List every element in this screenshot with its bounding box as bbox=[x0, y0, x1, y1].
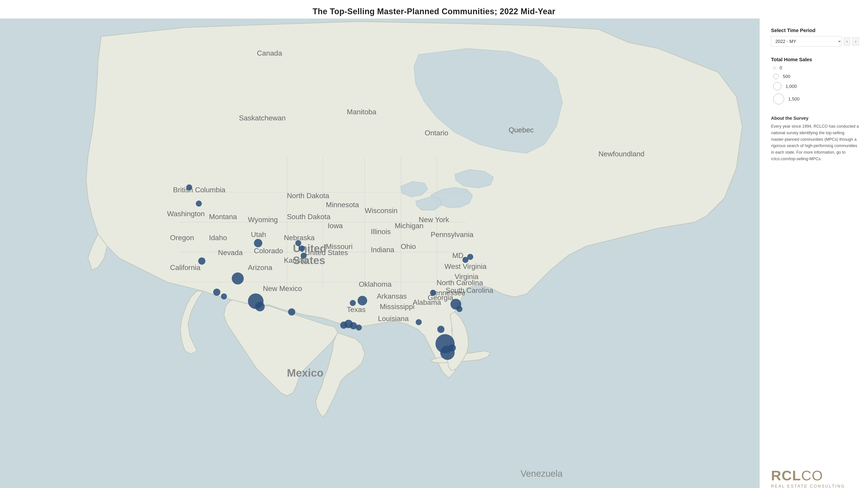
data-point[interactable] bbox=[437, 326, 444, 333]
svg-text:Manitoba: Manitoba bbox=[347, 108, 376, 116]
legend-circles: 0 500 1,000 1,500 bbox=[771, 65, 859, 104]
svg-text:South Carolina: South Carolina bbox=[446, 286, 493, 294]
data-point[interactable] bbox=[358, 296, 367, 305]
data-point[interactable] bbox=[288, 308, 295, 316]
legend-label: Total Home Sales bbox=[771, 57, 859, 63]
page-title: The Top-Selling Master-Planned Communiti… bbox=[0, 0, 868, 19]
svg-text:Nevada: Nevada bbox=[218, 249, 243, 257]
svg-text:Arkansas: Arkansas bbox=[377, 292, 407, 300]
svg-text:British Columbia: British Columbia bbox=[173, 186, 225, 194]
time-period-label: Select Time Period bbox=[771, 28, 859, 33]
svg-text:MD: MD bbox=[452, 252, 463, 260]
logo-subtitle: REAL ESTATE CONSULTING bbox=[771, 484, 845, 488]
svg-text:New York: New York bbox=[418, 216, 449, 224]
data-point[interactable] bbox=[301, 253, 307, 259]
legend-circle-0 bbox=[773, 67, 776, 69]
data-point[interactable] bbox=[430, 290, 436, 296]
time-period-next-button[interactable]: › bbox=[852, 37, 859, 45]
about-title: About the Survey bbox=[771, 116, 859, 121]
svg-text:Colorado: Colorado bbox=[254, 247, 283, 255]
data-point[interactable] bbox=[299, 246, 305, 252]
about-section: About the Survey Every year since 1994, … bbox=[771, 116, 859, 162]
time-period-section: Select Time Period 2022 - MY ‹ › bbox=[771, 28, 859, 46]
data-point[interactable] bbox=[350, 300, 356, 306]
svg-text:North Dakota: North Dakota bbox=[287, 192, 329, 200]
svg-text:Newfoundland: Newfoundland bbox=[598, 150, 644, 158]
svg-text:Arizona: Arizona bbox=[248, 263, 272, 271]
time-period-row: 2022 - MY ‹ › bbox=[771, 36, 859, 46]
map-container[interactable]: British Columbia Saskatchewan Manitoba O… bbox=[0, 19, 760, 488]
legend-label-1000: 1,000 bbox=[785, 84, 797, 89]
svg-text:Mississippi: Mississippi bbox=[380, 302, 414, 311]
data-point[interactable] bbox=[467, 254, 473, 260]
svg-text:Idaho: Idaho bbox=[209, 234, 227, 242]
data-point[interactable] bbox=[456, 306, 463, 312]
svg-text:Louisiana: Louisiana bbox=[378, 315, 409, 323]
svg-text:Oregon: Oregon bbox=[170, 234, 194, 242]
svg-text:West Virginia: West Virginia bbox=[444, 262, 487, 270]
time-period-prev-button[interactable]: ‹ bbox=[844, 37, 850, 45]
svg-text:Indiana: Indiana bbox=[371, 246, 395, 254]
svg-text:Wyoming: Wyoming bbox=[248, 216, 278, 224]
svg-text:Canada: Canada bbox=[257, 49, 282, 57]
svg-text:Minnesota: Minnesota bbox=[326, 201, 359, 209]
svg-text:North Carolina: North Carolina bbox=[437, 279, 483, 287]
logo-rclco-main: RCL bbox=[771, 468, 801, 483]
svg-text:New Mexico: New Mexico bbox=[263, 285, 302, 293]
logo-text: RCLCO bbox=[771, 468, 823, 483]
svg-text:Ohio: Ohio bbox=[401, 242, 416, 251]
data-point[interactable] bbox=[295, 240, 301, 246]
logo-co: CO bbox=[801, 468, 823, 483]
data-point[interactable] bbox=[213, 289, 220, 296]
svg-text:Iowa: Iowa bbox=[328, 222, 343, 230]
svg-text:States: States bbox=[293, 254, 325, 266]
about-text: Every year since 1994, RCLCO has conduct… bbox=[771, 123, 859, 162]
data-point[interactable] bbox=[449, 344, 456, 352]
legend-label-0: 0 bbox=[780, 65, 782, 70]
svg-text:Illinois: Illinois bbox=[371, 228, 391, 236]
legend-item-1500: 1,500 bbox=[773, 94, 859, 104]
legend-label-1500: 1,500 bbox=[788, 96, 800, 102]
legend-circle-1000 bbox=[773, 82, 781, 90]
svg-text:Montana: Montana bbox=[209, 213, 237, 221]
legend-item-1000: 1,000 bbox=[773, 82, 859, 90]
svg-text:Mexico: Mexico bbox=[287, 367, 323, 379]
svg-text:Texas: Texas bbox=[347, 305, 366, 314]
logo-container: RCLCO REAL ESTATE CONSULTING bbox=[771, 468, 859, 488]
legend-circle-1500 bbox=[773, 94, 784, 104]
svg-text:South Dakota: South Dakota bbox=[287, 213, 331, 221]
data-point[interactable] bbox=[416, 319, 422, 325]
data-point[interactable] bbox=[198, 258, 206, 265]
data-point[interactable] bbox=[221, 293, 227, 300]
data-point[interactable] bbox=[356, 324, 362, 330]
data-point[interactable] bbox=[255, 302, 265, 311]
time-period-select[interactable]: 2022 - MY bbox=[771, 36, 842, 46]
legend-circle-500 bbox=[773, 74, 779, 79]
svg-text:Wisconsin: Wisconsin bbox=[365, 206, 398, 215]
svg-text:Quebec: Quebec bbox=[508, 126, 534, 134]
svg-text:California: California bbox=[170, 263, 200, 271]
svg-text:Ontario: Ontario bbox=[425, 129, 448, 137]
legend-item-0: 0 bbox=[773, 65, 859, 70]
svg-text:Venezuela: Venezuela bbox=[521, 468, 563, 479]
data-point[interactable] bbox=[254, 239, 262, 247]
data-point[interactable] bbox=[232, 272, 244, 285]
legend-section: Total Home Sales 0 500 1,000 bbox=[771, 57, 859, 104]
svg-text:Pennsylvania: Pennsylvania bbox=[431, 230, 473, 238]
legend-item-500: 500 bbox=[773, 74, 859, 79]
data-point[interactable] bbox=[186, 184, 192, 191]
data-point[interactable] bbox=[196, 201, 202, 207]
svg-text:Washington: Washington bbox=[167, 210, 205, 218]
sidebar: Select Time Period 2022 - MY ‹ › Total H… bbox=[760, 19, 868, 488]
svg-text:Utah: Utah bbox=[251, 230, 266, 238]
map-svg: British Columbia Saskatchewan Manitoba O… bbox=[0, 19, 760, 488]
svg-text:Oklahoma: Oklahoma bbox=[359, 280, 392, 288]
svg-text:Saskatchewan: Saskatchewan bbox=[239, 114, 286, 122]
content-area: British Columbia Saskatchewan Manitoba O… bbox=[0, 19, 868, 488]
main-container: The Top-Selling Master-Planned Communiti… bbox=[0, 0, 868, 488]
legend-label-500: 500 bbox=[783, 74, 790, 79]
